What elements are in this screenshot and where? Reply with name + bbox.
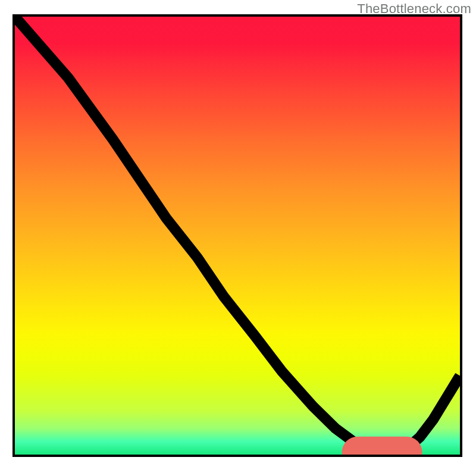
chart-plot-area (15, 17, 460, 455)
page-root: { "watermark": { "text": "TheBottleneck.… (0, 0, 476, 476)
watermark-text: TheBottleneck.com (357, 1, 471, 17)
chart-frame (12, 14, 462, 457)
chart-svg (15, 17, 460, 455)
bottleneck-curve-line (15, 17, 460, 451)
